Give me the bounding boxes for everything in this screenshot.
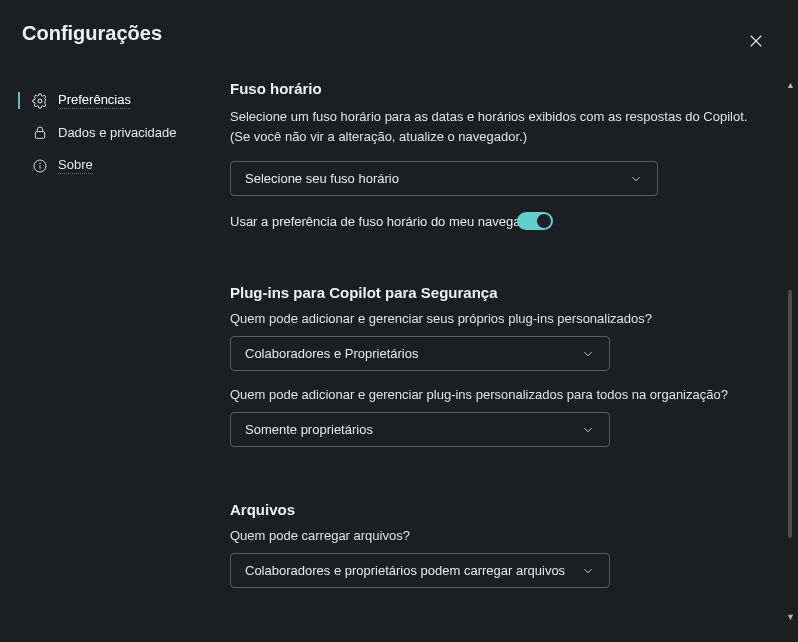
files-q1-select[interactable]: Colaboradores e proprietários podem carr…: [230, 553, 610, 588]
svg-point-6: [40, 163, 41, 164]
chevron-down-icon: [581, 423, 595, 437]
chevron-down-icon: [581, 347, 595, 361]
gear-icon: [32, 93, 48, 109]
sidebar-item-about[interactable]: Sobre: [22, 149, 210, 182]
scroll-down-arrow[interactable]: ▼: [786, 612, 795, 622]
scrollbar-thumb[interactable]: [788, 290, 792, 538]
scroll-up-arrow[interactable]: ▲: [786, 80, 795, 90]
svg-point-2: [38, 99, 42, 103]
close-icon: [747, 32, 765, 53]
plugins-q2-label: Quem pode adicionar e gerenciar plug-ins…: [230, 387, 768, 402]
chevron-down-icon: [629, 172, 643, 186]
section-title-plugins: Plug-ins para Copilot para Segurança: [230, 284, 768, 301]
main-content: Fuso horário Selecione um fuso horário p…: [210, 80, 770, 642]
timezone-select[interactable]: Selecione seu fuso horário: [230, 161, 658, 196]
info-icon: [32, 158, 48, 174]
plugins-q2-select[interactable]: Somente proprietários: [230, 412, 610, 447]
section-plugins: Plug-ins para Copilot para Segurança Que…: [230, 284, 768, 447]
section-title-files: Arquivos: [230, 501, 768, 518]
sidebar-item-data-privacy[interactable]: Dados e privacidade: [22, 117, 210, 149]
timezone-select-value: Selecione seu fuso horário: [245, 171, 399, 186]
sidebar-item-label: Preferências: [58, 92, 131, 109]
close-button[interactable]: [742, 28, 770, 56]
plugins-q1-value: Colaboradores e Proprietários: [245, 346, 418, 361]
lock-icon: [32, 125, 48, 141]
plugins-q1-select[interactable]: Colaboradores e Proprietários: [230, 336, 610, 371]
sidebar: Preferências Dados e privacidade: [22, 80, 210, 642]
use-browser-timezone-toggle[interactable]: [517, 212, 553, 230]
sidebar-item-preferences[interactable]: Preferências: [22, 84, 210, 117]
sidebar-item-label: Dados e privacidade: [58, 125, 177, 141]
timezone-toggle-label: Usar a preferência de fuso horário do me…: [230, 214, 539, 229]
section-files: Arquivos Quem pode carregar arquivos? Co…: [230, 501, 768, 588]
chevron-down-icon: [581, 564, 595, 578]
section-title-timezone: Fuso horário: [230, 80, 768, 97]
section-timezone: Fuso horário Selecione um fuso horário p…: [230, 80, 768, 230]
sidebar-item-label: Sobre: [58, 157, 93, 174]
timezone-description: Selecione um fuso horário para as datas …: [230, 107, 768, 147]
files-q1-value: Colaboradores e proprietários podem carr…: [245, 563, 565, 578]
dialog-header: Configurações: [22, 22, 770, 56]
plugins-q2-value: Somente proprietários: [245, 422, 373, 437]
plugins-q1-label: Quem pode adicionar e gerenciar seus pró…: [230, 311, 768, 326]
svg-rect-3: [35, 132, 44, 139]
files-q1-label: Quem pode carregar arquivos?: [230, 528, 768, 543]
page-title: Configurações: [22, 22, 162, 45]
